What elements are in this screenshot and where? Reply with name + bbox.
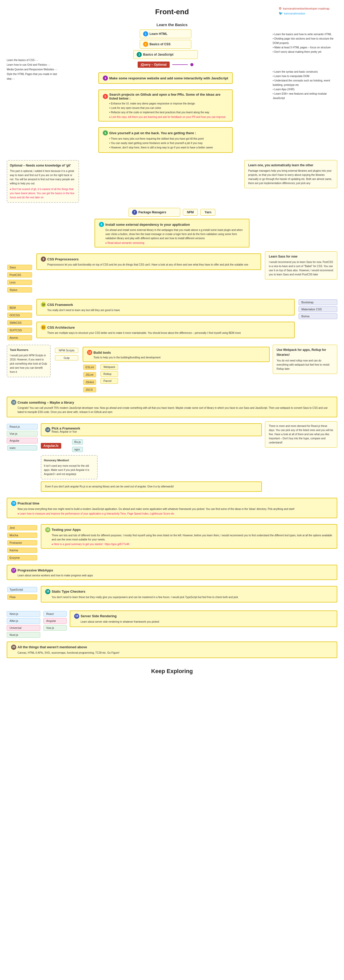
s20-num: 20 <box>11 644 16 650</box>
rj4: • Learn Ajax (XHR) <box>273 87 337 92</box>
linters-col: ESLint JSLint JSHint JSCS <box>82 364 97 393</box>
ri-js: • Learn the syntax and basic constructs … <box>273 70 337 100</box>
optional-git-panel: Optional – Needs some knowledge of 'git'… <box>7 160 79 203</box>
step5-b1: • Enhance the UI, make any demo pages re… <box>109 101 228 106</box>
ssr-gen-vue: Vue.js <box>43 625 67 631</box>
npm-gulp-col: NPM Scripts Gulp <box>54 345 79 361</box>
learn-one-title: Learn one, you automatically learn the o… <box>248 163 333 168</box>
tag-bootstrap: Bootstrap <box>298 299 337 305</box>
step1-label: Learn HTML <box>149 32 167 36</box>
linter-jscs: JSCS <box>83 387 96 392</box>
linter-eslint: ESLint <box>83 364 96 370</box>
cf-label: CSS Framework <box>47 303 73 307</box>
angularjs-badge: AngularJs <box>41 443 61 449</box>
ssr-tag-nuxtjs: Nuxt.js <box>7 632 40 638</box>
learn-one-body: Package managers help you bring external… <box>248 169 333 185</box>
pf-label: Pick a Framework <box>52 426 80 430</box>
step8-num: 8 <box>99 222 104 227</box>
s13-num: 13 <box>11 400 16 405</box>
s18-label: Static Type Checkers <box>52 590 86 593</box>
css-preprocessors-section: Sass PostCSS Less Stylus 9 CSS Preproces… <box>7 251 337 293</box>
s16-num: 16 <box>45 527 50 532</box>
tag-atomic: Atomic <box>7 335 32 340</box>
webpack-info-panel: Use Webpack for apps, Rollup for librari… <box>273 345 337 374</box>
step4-label: Make some responsive website and add som… <box>109 76 228 80</box>
github-username: kamranahmedse/developer-roadmap <box>283 7 330 10</box>
ssr-section: Next.js After.js Universal Nuxt.js React… <box>7 608 337 638</box>
tag-stylus: Stylus <box>7 287 32 293</box>
step8-box: 8 Install some external dependency in yo… <box>95 219 249 247</box>
pf-sublabel: React, Angular or Vue <box>52 430 80 433</box>
s15-label: Practical time <box>17 501 40 505</box>
yarn-tag[interactable]: Yarn <box>200 209 216 216</box>
rj3: • Understand the concepts such as hoisti… <box>273 78 337 87</box>
bullet-2: Learn how to use Grid and Flexbox - - <box>7 62 59 67</box>
s15-num: 15 <box>11 501 16 506</box>
testing-box: 16 Testing your Apps There are lots and … <box>41 524 337 549</box>
bundler-rollup: Rollup <box>100 371 118 377</box>
s13-body: Congrats! You can call yourself 75% mode… <box>17 406 333 414</box>
ssr-tag-universal: Universal <box>7 625 40 631</box>
tag-vuejs: Vue.js <box>7 431 38 436</box>
angularjs-row: AngularJs Rx.js ngrx <box>41 439 262 452</box>
linter-jslint: JSLint <box>83 372 96 377</box>
tag-typescript: TypeScript <box>7 587 37 592</box>
step3-box[interactable]: 3 Basics of JavaScript <box>133 50 198 59</box>
s19-num: 19 <box>74 614 79 619</box>
tag-karma: Karma <box>7 548 37 553</box>
learn-basics-title: Learn the Basics <box>7 22 337 27</box>
cf-num: 10 <box>41 302 46 307</box>
type-box: 18 Static Type Checkers You don't need t… <box>41 586 337 603</box>
step8-hint: ♦ Read about semantic versioning <box>105 242 245 244</box>
step13-box: 13 Create something – Maybe a library Co… <box>7 397 337 417</box>
ssr-tag-nextjs: Next.js <box>7 611 40 617</box>
ri3: • Make at least 5 HTML pages – focus on … <box>273 45 337 49</box>
testing-section: Jest Mocha Protractor Karma Enzyme 16 Te… <box>7 522 337 561</box>
honorary-body: It isn't used any more except for the ol… <box>44 464 95 476</box>
step5-bullets: • Enhance the UI, make any demo pages re… <box>109 101 228 115</box>
ssr-center: 19 Server Side Rendering Learn about ser… <box>70 608 337 629</box>
tag-enzyme: Enzyme <box>7 555 37 560</box>
step1-box[interactable]: 1 Learn HTML <box>140 29 191 38</box>
s19-label: Server Side Rendering <box>81 614 116 618</box>
package-managers-box[interactable]: 7 Package Managers <box>128 208 180 217</box>
bt-body: Tools to help you in the building/bundli… <box>94 356 265 359</box>
pick-framework-box: 14 Pick a Framework React, Angular or Vu… <box>41 423 262 436</box>
tag-jest: Jest <box>7 525 37 530</box>
framework-arch-center: 10 CSS Framework You really don't need t… <box>36 297 295 340</box>
linter-jshint: JSHint <box>83 380 96 385</box>
package-managers-row: 7 Package Managers NPM Yarn <box>7 208 337 217</box>
task-runners-panel: Task Runners I would just pick NPM Scrip… <box>7 345 51 377</box>
css-framework-section: BEM OOCSS SMACSS SUITCSS Atomic 10 CSS F… <box>7 297 337 341</box>
twitter-link[interactable]: 🐦 kamranahmedse <box>279 11 330 15</box>
tag-suitcss: SUITCSS <box>7 328 32 333</box>
npm-tag[interactable]: NPM <box>183 209 198 216</box>
bt-label: Build tools <box>94 351 111 355</box>
ssr-generic-col: React Angular Vue.js <box>43 608 67 631</box>
css-framework-box: 10 CSS Framework You really don't need t… <box>36 299 295 315</box>
optional-git-hint: ♦ Don't be scared of git, it is easiest … <box>10 187 76 200</box>
step1-row: 1 Learn HTML <box>140 29 191 38</box>
step5-num: 5 <box>103 94 108 99</box>
build-tools-center: 12 Build tools Tools to help you in the … <box>82 345 269 393</box>
build-tools-box: 12 Build tools Tools to help you in the … <box>82 347 269 362</box>
rj2: • Learn how to manipulate DOM <box>273 74 337 78</box>
pf-label-wrap: Pick a Framework React, Angular or Vue <box>52 426 80 433</box>
tag-smacss: SMACSS <box>7 320 32 325</box>
ri1: • Learn the basics and how to write sema… <box>273 32 337 37</box>
s17-num: 17 <box>11 568 16 573</box>
github-link[interactable]: ⚙ kamranahmedse/developer-roadmap <box>279 6 330 10</box>
bullet-1: Learn the basics of CSS - - <box>7 58 59 62</box>
optional-git-title: Optional – Needs some knowledge of 'git' <box>10 163 76 168</box>
step2-box[interactable]: 2 Basics of CSS <box>140 40 191 49</box>
step2-label: Basics of CSS <box>149 42 170 46</box>
test-tools-col: Jest Mocha Protractor Karma Enzyme <box>7 522 38 561</box>
tag-bulma: Bulma <box>298 313 337 319</box>
tag-rxjs: Rx.js <box>72 439 83 444</box>
task-runners-title: Task Runners <box>10 348 48 352</box>
rx-ngrx-col: Rx.js ngrx <box>71 439 83 452</box>
tag-angular: Angular <box>7 438 38 444</box>
cpp-label: CSS Preprocessors <box>47 257 79 261</box>
s16-label: Testing your Apps <box>52 528 81 531</box>
step6-b3: • However, don't stop here, there is sti… <box>109 145 228 150</box>
